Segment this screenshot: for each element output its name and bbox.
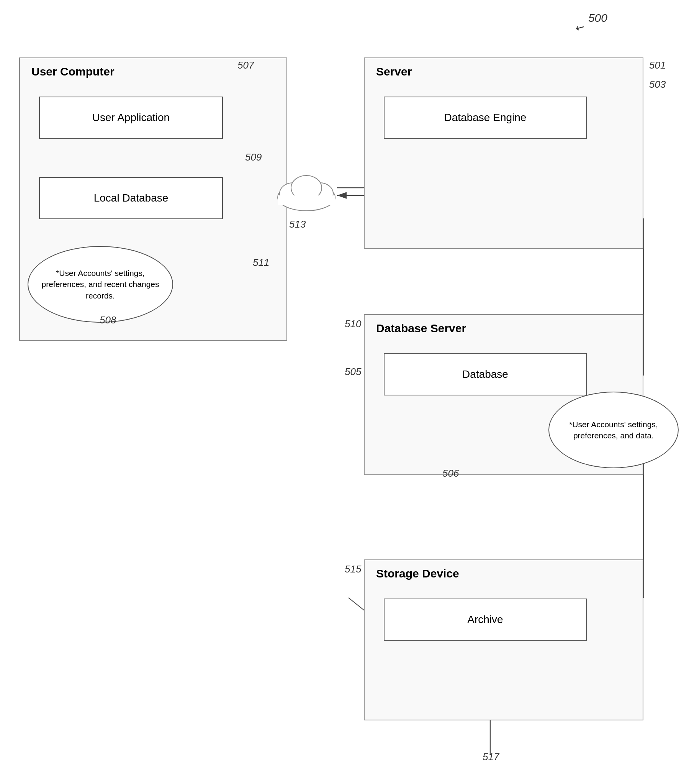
archive-box: Archive (384, 599, 587, 641)
archive-label: Archive (467, 613, 503, 626)
database-label: Database (462, 368, 508, 381)
server-box: Server Database Engine (364, 57, 643, 249)
local-db-callout: *User Accounts' settings, preferences, a… (28, 246, 173, 323)
local-database-box: Local Database (39, 177, 223, 219)
local-db-callout-text: *User Accounts' settings, preferences, a… (34, 267, 167, 301)
figure-number-label: 500 (588, 11, 607, 25)
database-server-box: Database Server Database *User Accounts'… (364, 314, 643, 475)
label-517: 517 (483, 751, 499, 763)
label-511: 511 (253, 257, 269, 269)
database-callout: *User Accounts' settings, preferences, a… (548, 392, 679, 468)
database-engine-label: Database Engine (444, 112, 527, 124)
svg-rect-25 (278, 195, 335, 205)
label-501: 501 (649, 59, 666, 71)
figure-arrow: ↙ (573, 20, 587, 35)
diagram-container: ↙ 500 (0, 0, 684, 784)
user-computer-title: User Computer (31, 65, 115, 78)
server-title: Server (376, 65, 412, 78)
storage-device-title: Storage Device (376, 567, 459, 580)
user-application-label: User Application (92, 112, 170, 124)
label-515: 515 (345, 563, 361, 575)
label-508: 508 (100, 314, 116, 326)
user-application-box: User Application (39, 97, 223, 139)
label-510: 510 (345, 318, 361, 330)
database-box: Database (384, 353, 587, 395)
local-database-label: Local Database (94, 192, 169, 204)
label-509: 509 (245, 151, 262, 163)
database-server-title: Database Server (376, 322, 466, 335)
label-506: 506 (442, 467, 459, 479)
label-503: 503 (649, 79, 666, 90)
label-505: 505 (345, 366, 361, 378)
user-computer-box: User Computer User Application Local Dat… (19, 57, 287, 341)
database-callout-text: *User Accounts' settings, preferences, a… (555, 419, 672, 441)
label-513: 513 (289, 218, 306, 230)
database-engine-box: Database Engine (384, 97, 587, 139)
label-507: 507 (237, 59, 254, 71)
cloud-icon (272, 165, 341, 215)
storage-device-box: Storage Device Archive (364, 559, 643, 720)
